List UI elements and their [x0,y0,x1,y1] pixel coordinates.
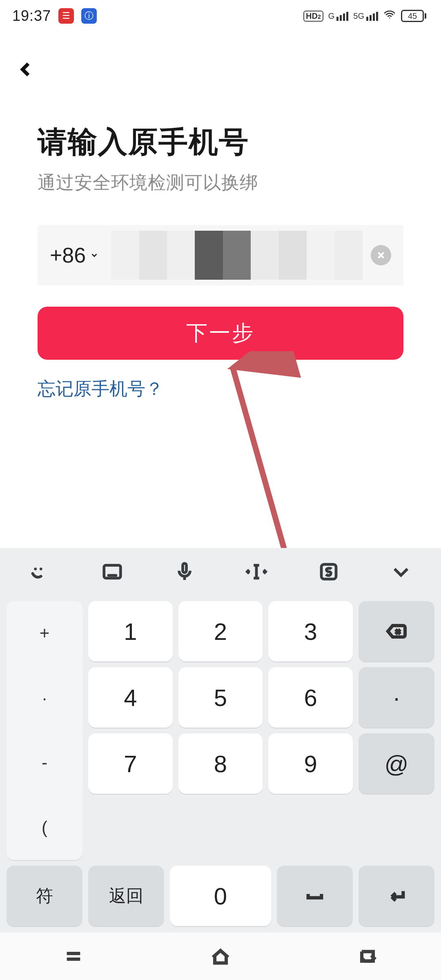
country-code[interactable]: +86 [50,243,86,267]
back-button[interactable] [10,53,42,86]
system-nav-bar [0,933,441,980]
kb-key-9[interactable]: 9 [268,733,353,794]
signal-2-label: 5G [353,11,364,21]
menu-icon [62,945,85,968]
kb-dot-right[interactable]: · [359,667,434,728]
kb-voice-button[interactable] [154,557,215,586]
keyboard-grid: + · - ( 1 2 3 4 5 6 · 7 8 9 @ 符 返回 0 [0,595,441,933]
svg-rect-11 [183,564,186,573]
hd-indicator: HD2 [303,11,323,22]
kb-left-symbol-column[interactable]: + · - ( [7,601,82,860]
app-icon-1: ☰ [58,8,74,24]
hd-label: HD [306,11,318,21]
page-title: 请输入原手机号 [38,122,403,162]
enter-icon [385,884,408,907]
phone-input-value-censored[interactable] [111,231,363,280]
signal-1: G [328,11,349,21]
kb-key-8[interactable]: 8 [178,733,263,794]
battery-indicator: 45 [401,10,426,22]
forgot-phone-link[interactable]: 忘记原手机号？ [38,377,163,401]
status-right: HD2 G 5G 45 [303,8,426,24]
nav-recent-button[interactable] [37,944,110,969]
kb-at-right[interactable]: @ [359,733,434,794]
backspace-icon [385,620,408,643]
chevron-left-icon [18,61,35,78]
kb-return-button[interactable]: 返回 [88,866,164,926]
kb-key-5[interactable]: 5 [178,667,263,728]
kb-key-0[interactable]: 0 [170,866,271,926]
battery-pct: 45 [408,11,417,21]
kb-backspace[interactable] [359,601,434,662]
phone-input-row[interactable]: +86 [38,225,403,285]
space-icon [303,884,326,907]
home-icon [209,945,232,968]
kb-space-button[interactable] [277,866,353,926]
kb-key-2[interactable]: 2 [178,601,263,662]
nav-home-button[interactable] [184,944,257,969]
kb-key-7[interactable]: 7 [88,733,173,794]
country-code-dropdown[interactable] [90,250,100,261]
status-bar: 19:37 ☰ ⓘ HD2 G 5G 45 [0,0,441,32]
kb-key-3[interactable]: 3 [268,601,353,662]
kb-key-4[interactable]: 4 [88,667,173,728]
kb-cursor-button[interactable] [226,557,287,586]
kb-symbol-button[interactable]: 符 [7,866,82,926]
back-icon [356,945,379,968]
hd-sub: 2 [318,13,321,20]
page-subtitle: 通过安全环境检测可以换绑 [38,171,403,195]
signal-1-label: G [328,11,335,21]
kb-sym-plus[interactable]: + [40,624,50,643]
chevron-down-icon [90,251,99,260]
keyboard-toolbar [0,548,441,595]
kb-layout-button[interactable] [82,557,143,586]
main-content: 请输入原手机号 通过安全环境检测可以换绑 +86 下一步 忘记原手机号？ [38,122,403,401]
kb-collapse-button[interactable] [370,557,432,586]
close-icon [376,250,386,261]
kb-emoji-button[interactable] [9,557,71,586]
kb-sym-minus[interactable]: - [42,753,47,773]
kb-sogou-button[interactable] [298,557,359,586]
kb-key-1[interactable]: 1 [88,601,173,662]
kb-enter-button[interactable] [359,866,434,926]
next-button[interactable]: 下一步 [38,307,403,360]
status-time: 19:37 [12,7,51,24]
nav-back-button[interactable] [331,944,404,969]
clear-input-button[interactable] [371,245,391,265]
app-icon-2: ⓘ [81,8,97,24]
wifi-icon [383,8,396,24]
kb-key-6[interactable]: 6 [268,667,353,728]
kb-sym-paren[interactable]: ( [42,818,47,837]
status-left: 19:37 ☰ ⓘ [12,7,97,24]
signal-2: 5G [353,11,378,21]
kb-sym-dot[interactable]: · [42,688,47,708]
chevron-down-icon [390,561,412,583]
keyboard: + · - ( 1 2 3 4 5 6 · 7 8 9 @ 符 返回 0 [0,548,441,933]
